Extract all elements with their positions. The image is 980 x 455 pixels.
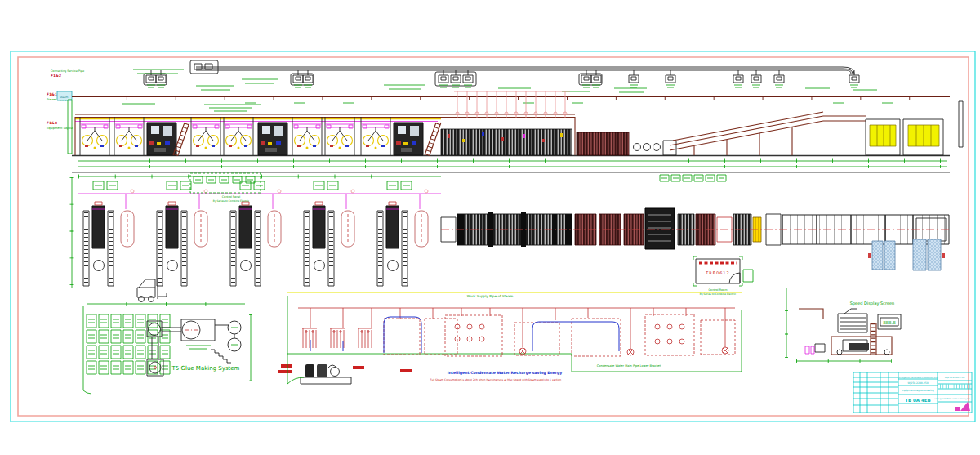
elevation-dimensions	[78, 161, 947, 167]
rewinder-machine	[805, 309, 892, 355]
speed-display-detail: Speed Display Screen 888.8	[786, 288, 901, 361]
glue-system-detail: T5 Glue Making System	[83, 278, 251, 394]
speed-display-box: 888.8	[878, 314, 901, 329]
piping-title: Work Supply Pipe of Steam	[467, 294, 514, 298]
margin-top-code: F1&2	[51, 74, 61, 78]
title-block: Corrugated Cardboard Production Line WJ2…	[853, 372, 972, 413]
machine-train-1	[441, 129, 572, 155]
energy-note-red: Full Steam Consumption is about 2t/h whe…	[430, 378, 561, 381]
margin-mid-code: F1&1	[47, 92, 57, 96]
stacker-2	[903, 119, 943, 155]
boiler-unit	[278, 354, 412, 384]
margin-bot-code: F1&8	[47, 121, 57, 125]
condensate-pipes	[310, 317, 619, 353]
tb-bottom-note: Corrugated Production Line Layout	[934, 398, 970, 400]
module-labels	[660, 175, 726, 181]
glue-system-title: T5 Glue Making System	[172, 365, 240, 372]
busbar-boxes	[144, 70, 859, 87]
elevation-view: Steam	[57, 60, 963, 167]
tb-doc-title: Equipment Layout Drawing	[902, 389, 934, 392]
control-room: TRE0612 Control Room By Series to Combin…	[693, 256, 753, 296]
stacker-1	[866, 119, 900, 155]
tb-doc-no: WJ250-2200-2-16	[945, 376, 965, 379]
condensate-note: Condensate Water Main Pipe Lower Bracket	[597, 364, 662, 368]
machine-outlines-red	[384, 314, 735, 356]
mill-roll-stands	[80, 117, 390, 155]
small-rolls	[634, 141, 677, 155]
margin-bot-caption: Equipment Layout	[47, 127, 74, 130]
steam-coils	[302, 328, 372, 348]
busbar-notes	[133, 69, 877, 92]
tb-model: WJ250-2200-250	[907, 381, 928, 385]
plan-roll-stations	[83, 181, 428, 286]
cad-canvas: Connecting Service Pipe F1&2 F1&1 Steam …	[0, 0, 980, 455]
speed-display-value: 888.8	[883, 320, 896, 325]
pumps	[519, 347, 728, 355]
right-pole	[959, 101, 963, 147]
incline-conveyor	[670, 112, 866, 155]
ladder-2	[425, 123, 441, 155]
control-room-line1: Control Room	[709, 288, 728, 292]
speed-screen-title: Speed Display Screen	[850, 301, 894, 306]
plan-view: Control Panel By Series to Combine Elect…	[72, 173, 949, 296]
control-room-code: TRE0612	[705, 270, 729, 275]
downstream-modules	[575, 208, 781, 249]
margin-top-caption: Connecting Service Pipe	[51, 69, 84, 73]
machine-train-2	[577, 132, 629, 155]
tb-big-code: TB 0A 4EB	[905, 398, 931, 403]
piping-schematic: Work Supply Pipe of Steam	[278, 292, 742, 384]
energy-note-blue: Intelligent Condensate Water Recharge sa…	[448, 371, 563, 375]
control-panel-line1: Control Panel	[222, 195, 241, 199]
control-room-line2: By Series to Combine Electric	[700, 292, 737, 296]
steam-source-label: Steam	[60, 96, 68, 99]
cad-sheet: Connecting Service Pipe F1&2 F1&1 Steam …	[0, 0, 980, 455]
tb-company-line: Corrugated Cardboard Production Line	[898, 377, 938, 379]
company-logo	[956, 402, 970, 411]
control-panel-line2: By Series to Combine Electric	[213, 199, 250, 203]
steam-notes	[122, 103, 893, 111]
